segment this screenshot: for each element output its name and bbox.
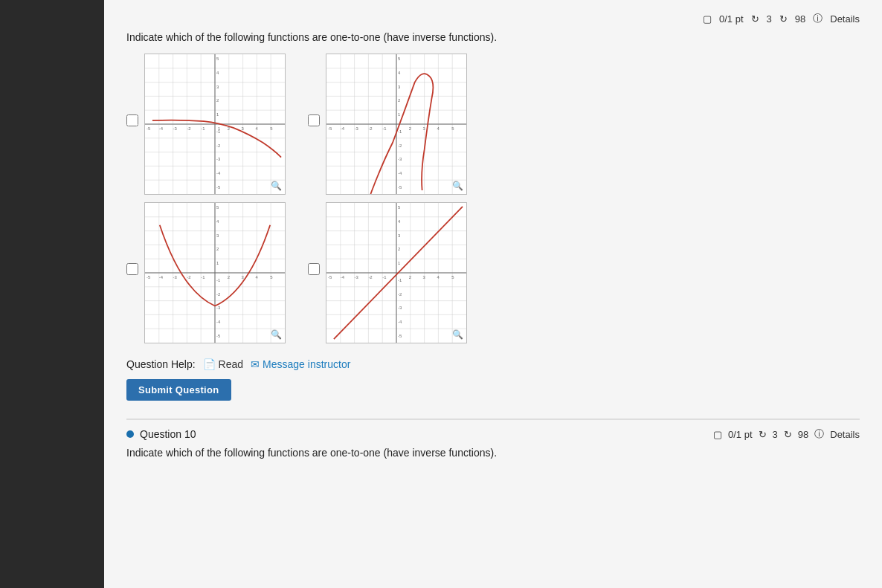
checkbox-area-tl	[126, 113, 138, 129]
svg-text:-4: -4	[216, 171, 221, 175]
read-icon: 📄	[203, 358, 216, 370]
svg-text:2: 2	[398, 247, 400, 251]
question-10-body-header: Indicate which of the following function…	[126, 447, 860, 459]
svg-text:-3: -3	[355, 275, 359, 280]
checkbox-bottom-right[interactable]	[308, 263, 320, 275]
svg-text:-1: -1	[398, 129, 402, 134]
checkbox-top-left[interactable]	[126, 114, 138, 126]
svg-text:-5: -5	[328, 126, 332, 131]
question-10-label: Question 10	[140, 428, 196, 440]
checkbox-area-tr	[308, 113, 320, 129]
svg-text:5: 5	[451, 275, 454, 280]
svg-text:5: 5	[216, 56, 219, 61]
svg-text:5: 5	[451, 126, 454, 131]
info-icon: ⓘ	[813, 12, 823, 25]
retry-icon: ↻	[751, 13, 759, 25]
message-instructor-link[interactable]: ✉ Message instructor	[251, 358, 350, 370]
svg-text:-1: -1	[201, 275, 205, 280]
svg-text:2: 2	[409, 126, 411, 131]
question-10-score-info: ▢ 0/1 pt ↻ 3 ↻ 98 ⓘ Details	[713, 427, 860, 441]
svg-text:-3: -3	[173, 275, 178, 280]
svg-text:-1: -1	[398, 278, 402, 282]
svg-text:-3: -3	[355, 126, 359, 131]
svg-text:4: 4	[398, 71, 401, 75]
svg-text:-5: -5	[216, 334, 221, 338]
svg-text:-3: -3	[398, 306, 402, 310]
svg-text:-2: -2	[368, 275, 372, 280]
svg-text:-2: -2	[187, 275, 190, 280]
svg-text:-4: -4	[216, 320, 221, 324]
checkbox-bottom-left[interactable]	[126, 263, 138, 275]
svg-text:2: 2	[216, 247, 219, 251]
svg-text:-3: -3	[216, 306, 221, 310]
svg-text:-4: -4	[159, 126, 164, 131]
svg-text:-5: -5	[147, 275, 151, 280]
svg-text:-5: -5	[398, 334, 402, 338]
graph-svg-tr: 5 4 3 2 1 -1 -2 -3 -4 -5 5 4 3 2	[326, 54, 466, 194]
attempts-label: 98	[795, 13, 805, 25]
q10-retry-label: 3	[773, 429, 778, 440]
graph-svg-br: 5 4 3 2 1 -1 -2 -3 -4 -5 5 4 3 2	[326, 203, 466, 343]
svg-text:-4: -4	[341, 126, 345, 131]
checkbox-area-br	[308, 262, 320, 277]
svg-text:3: 3	[216, 85, 219, 89]
svg-text:1: 1	[398, 112, 400, 117]
bottom-right-wrapper: 5 4 3 2 1 -1 -2 -3 -4 -5 5 4 3 2	[308, 202, 467, 343]
svg-text:-4: -4	[398, 320, 402, 324]
graphs-container: 5 4 3 2 1 -1 -2 -3 -4 -5 5 4 3 2	[126, 54, 860, 343]
read-link[interactable]: 📄 Read	[203, 358, 243, 370]
message-icon: ✉	[251, 358, 260, 370]
svg-text:-1: -1	[201, 126, 205, 131]
q10-details-label: Details	[830, 429, 860, 440]
retry-label: 3	[767, 13, 772, 25]
svg-text:-3: -3	[216, 157, 221, 161]
zoom-icon-bl[interactable]: 🔍	[271, 329, 282, 340]
svg-text:1: 1	[218, 126, 220, 131]
svg-text:5: 5	[270, 275, 273, 280]
checkbox-area-bl	[126, 262, 138, 277]
svg-text:5: 5	[270, 126, 273, 131]
question-10-title: Question 10	[126, 428, 196, 440]
svg-text:5: 5	[216, 205, 219, 210]
details-label: Details	[830, 13, 860, 25]
graph-top-left: 5 4 3 2 1 -1 -2 -3 -4 -5 5 4 3 2	[144, 54, 286, 195]
top-right-wrapper: 5 4 3 2 1 -1 -2 -3 -4 -5 5 4 3 2	[308, 54, 467, 195]
checkbox-top-right[interactable]	[308, 114, 320, 126]
svg-text:3: 3	[216, 233, 219, 238]
svg-text:-2: -2	[187, 126, 190, 131]
q10-retry-icon: ↻	[759, 429, 767, 440]
svg-text:-4: -4	[398, 171, 402, 175]
svg-text:4: 4	[255, 126, 258, 131]
zoom-icon-br[interactable]: 🔍	[452, 329, 463, 340]
zoom-icon-tr[interactable]: 🔍	[452, 181, 463, 191]
q10-score-label: 0/1 pt	[728, 429, 753, 440]
question-10-section: Question 10 ▢ 0/1 pt ↻ 3 ↻ 98 ⓘ Details …	[126, 419, 860, 459]
score-icon: ▢	[703, 13, 712, 25]
right-graph-column: 5 4 3 2 1 -1 -2 -3 -4 -5 5 4 3 2	[308, 54, 467, 343]
svg-text:2: 2	[409, 275, 411, 280]
submit-button[interactable]: Submit Question	[126, 379, 231, 401]
zoom-icon-tl[interactable]: 🔍	[271, 181, 282, 191]
svg-text:1: 1	[398, 261, 400, 265]
svg-text:1: 1	[216, 112, 219, 117]
svg-text:-5: -5	[147, 126, 151, 131]
q10-score-icon: ▢	[713, 429, 722, 440]
svg-text:-2: -2	[398, 292, 402, 297]
graph-bottom-left: 5 4 3 2 1 -1 -2 -3 -4 -5 5 4 3 2	[144, 202, 286, 343]
svg-text:2: 2	[228, 275, 230, 280]
question-help-label: Question Help:	[126, 358, 196, 370]
svg-text:3: 3	[242, 275, 245, 280]
svg-text:2: 2	[398, 98, 400, 103]
svg-text:5: 5	[398, 205, 401, 210]
svg-text:-4: -4	[341, 275, 345, 280]
q10-attempts-icon: ↻	[784, 429, 792, 440]
svg-text:5: 5	[398, 56, 401, 61]
left-graph-column: 5 4 3 2 1 -1 -2 -3 -4 -5 5 4 3 2	[126, 54, 286, 343]
submit-area: Submit Question	[126, 379, 860, 401]
svg-text:3: 3	[423, 126, 426, 131]
svg-text:-3: -3	[173, 126, 178, 131]
svg-text:-3: -3	[398, 157, 402, 161]
svg-text:-1: -1	[382, 126, 386, 131]
svg-text:3: 3	[398, 85, 401, 89]
score-label: 0/1 pt	[719, 13, 744, 25]
